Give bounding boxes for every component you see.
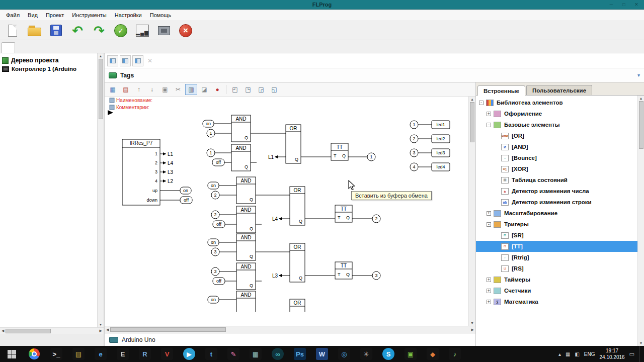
- tree-item-bounce[interactable]: ~[Bounce]: [476, 152, 637, 163]
- board-tab-3-button[interactable]: [132, 55, 143, 66]
- taskbar-file-explorer[interactable]: ▤: [67, 346, 90, 362]
- tree-item-rs[interactable]: ⊔[RS]: [476, 263, 637, 274]
- tree-item-sr[interactable]: ⊓[SR]: [476, 230, 637, 241]
- print-button[interactable]: ▤: [120, 84, 132, 95]
- tree-item-or[interactable]: или[OR]: [476, 130, 637, 141]
- clipboard-button[interactable]: ◪: [198, 84, 210, 95]
- menu-project[interactable]: Проект: [42, 11, 68, 20]
- tab-built-in[interactable]: Встроенные: [477, 85, 525, 96]
- scroll-down-icon[interactable]: ▼: [638, 340, 644, 346]
- taskbar-photoshop[interactable]: Ps: [289, 346, 311, 362]
- menu-settings[interactable]: Настройки: [111, 11, 146, 20]
- tree-item-string-change-detector[interactable]: abДетектор изменения строки: [476, 197, 637, 208]
- redo-button[interactable]: ↷: [90, 22, 109, 39]
- cut-button[interactable]: ✂: [172, 84, 184, 95]
- tray-app-1-icon[interactable]: ▦: [566, 351, 570, 357]
- tree-item-tt[interactable]: ⊓[TT]: [476, 241, 637, 252]
- scheme-canvas[interactable]: ANDQANDQORQTTTQANDQANDQORQTTTQANDQANDQOR…: [105, 97, 468, 326]
- menu-view[interactable]: Вид: [24, 11, 42, 20]
- tree-item-library-root[interactable]: -Библиотека элементов: [476, 97, 637, 108]
- taskbar-chrome[interactable]: [23, 346, 45, 362]
- close-button[interactable]: ✕: [631, 1, 642, 8]
- project-tree-hscrollbar[interactable]: ◀ ▶: [0, 327, 104, 334]
- chevron-down-icon[interactable]: ▾: [637, 72, 640, 78]
- save-project-button[interactable]: [46, 22, 65, 39]
- expand-icon[interactable]: +: [487, 300, 491, 304]
- tags-bar[interactable]: Tags ▾: [105, 68, 644, 82]
- taskbar-skype[interactable]: S: [377, 346, 399, 362]
- scroll-up-icon[interactable]: ▲: [469, 97, 475, 102]
- start-button[interactable]: [0, 346, 23, 362]
- move-up-button[interactable]: ↑: [133, 84, 145, 95]
- scroll-down-icon[interactable]: ▼: [98, 322, 104, 327]
- expand-icon[interactable]: +: [487, 112, 491, 116]
- board-tab-2-button[interactable]: [120, 55, 131, 66]
- tree-item-number-change-detector[interactable]: ±Детектор изменения числа: [476, 186, 637, 197]
- close-board-button[interactable]: ✕: [145, 56, 155, 66]
- align-left-button[interactable]: ◰: [229, 84, 241, 95]
- close-project-button[interactable]: ×: [176, 22, 195, 39]
- scroll-right-icon[interactable]: ▶: [470, 327, 475, 333]
- align-grid-button[interactable]: ◱: [268, 84, 280, 95]
- tab-user[interactable]: Пользовательские: [526, 85, 592, 95]
- scroll-thumb[interactable]: [110, 327, 226, 332]
- align-top-button[interactable]: ◳: [242, 84, 254, 95]
- copy-button[interactable]: ▣: [159, 84, 171, 95]
- block-irres-p7[interactable]: [122, 139, 160, 205]
- upload-button[interactable]: [154, 22, 174, 39]
- tree-item-state-table[interactable]: ▦Таблица состояний: [476, 174, 637, 186]
- expand-icon[interactable]: +: [487, 211, 491, 216]
- library-vscrollbar[interactable]: ▲ ▼: [637, 96, 644, 346]
- taskbar-remote-grid[interactable]: ▦: [245, 346, 267, 362]
- tree-item-xor[interactable]: =1[XOR]: [476, 163, 637, 174]
- tree-item-scaling[interactable]: +Масштабирование: [476, 208, 637, 219]
- taskbar-git-app[interactable]: ◆: [422, 346, 444, 362]
- tree-item-rtrig[interactable]: ↑[Rtrig]: [476, 252, 637, 263]
- board-tab-1-button[interactable]: [107, 55, 118, 66]
- collapse-icon[interactable]: -: [479, 101, 484, 105]
- new-project-button[interactable]: [3, 22, 22, 39]
- menu-help[interactable]: Помощь: [146, 11, 176, 20]
- expand-icon[interactable]: +: [487, 278, 491, 282]
- tree-item-and[interactable]: И[AND]: [476, 141, 637, 152]
- scroll-down-icon[interactable]: ▼: [469, 320, 475, 326]
- taskbar-media[interactable]: ♪: [444, 346, 466, 362]
- scroll-left-icon[interactable]: ◀: [105, 327, 110, 333]
- taskbar-telegram[interactable]: ▶: [178, 346, 200, 362]
- project-tree-vscrollbar[interactable]: ▲ ▼: [97, 53, 104, 327]
- taskbar-settings[interactable]: ✳: [355, 346, 377, 362]
- project-tab[interactable]: [2, 42, 15, 53]
- scroll-thumb[interactable]: [639, 101, 643, 149]
- align-right-button[interactable]: ◲: [255, 84, 267, 95]
- tree-item-basic-elements[interactable]: -Базовые элементы: [476, 119, 637, 130]
- collapse-icon[interactable]: -: [487, 222, 491, 227]
- tree-item-design[interactable]: +Оформление: [476, 108, 637, 119]
- compile-button[interactable]: ✓: [111, 22, 130, 39]
- record-button[interactable]: ●: [211, 84, 223, 95]
- paste-button[interactable]: ▥: [185, 84, 197, 95]
- scroll-right-icon[interactable]: ▶: [98, 328, 104, 334]
- scroll-thumb[interactable]: [6, 329, 51, 333]
- scroll-up-icon[interactable]: ▲: [98, 53, 104, 59]
- expand-icon[interactable]: +: [487, 289, 491, 293]
- show-desktop-button[interactable]: [639, 346, 642, 362]
- notification-icon[interactable]: ▭: [629, 351, 634, 357]
- canvas-hscrollbar[interactable]: ◀ ▶: [105, 326, 475, 333]
- taskbar-word[interactable]: W: [311, 346, 333, 362]
- menu-file[interactable]: Файл: [2, 11, 24, 20]
- maximize-button[interactable]: □: [618, 1, 629, 8]
- taskbar-evernote[interactable]: E: [112, 346, 134, 362]
- tray-volume-icon[interactable]: ◧: [575, 351, 579, 357]
- open-project-button[interactable]: [25, 22, 44, 39]
- taskbar-internet-explorer[interactable]: e: [90, 346, 112, 362]
- taskbar-arduino-ide[interactable]: ∞: [267, 346, 289, 362]
- language-indicator[interactable]: ENG: [584, 351, 595, 357]
- move-down-button[interactable]: ↓: [146, 84, 158, 95]
- monitor-button[interactable]: ▂▄▆: [133, 22, 152, 39]
- taskbar-vnc[interactable]: ▣: [399, 346, 422, 362]
- taskbar-r-app[interactable]: R: [134, 346, 156, 362]
- scroll-left-icon[interactable]: ◀: [0, 328, 6, 334]
- tree-item-math[interactable]: +∑Математика: [476, 296, 637, 307]
- collapse-icon[interactable]: -: [487, 123, 491, 127]
- tree-item-controller-1[interactable]: Контроллер 1 (Arduino: [0, 65, 97, 73]
